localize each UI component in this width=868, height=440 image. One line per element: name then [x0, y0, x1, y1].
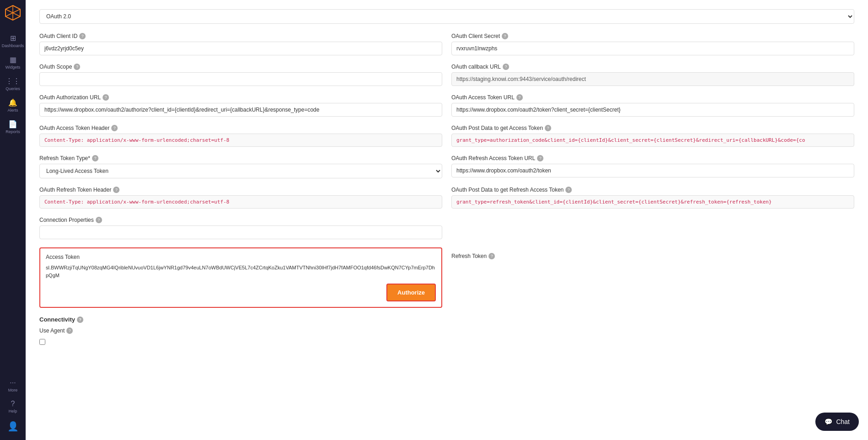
oauth-scope-input[interactable]: [39, 72, 442, 86]
connection-properties-help-icon[interactable]: ?: [96, 217, 102, 223]
more-icon: ···: [10, 379, 16, 387]
refresh-token-type-label: Refresh Token Type* ?: [39, 155, 442, 161]
oauth-access-token-url-input[interactable]: [451, 103, 854, 117]
oauth-refresh-access-token-url-help-icon[interactable]: ?: [537, 155, 543, 161]
oauth-access-token-url-help-icon[interactable]: ?: [516, 94, 523, 101]
refresh-token-type-help-icon[interactable]: ?: [92, 155, 98, 161]
use-agent-help-icon[interactable]: ?: [66, 327, 73, 334]
oauth-refresh-token-header-help-icon[interactable]: ?: [113, 187, 119, 193]
oauth-client-secret-label: OAuth Client Secret ?: [451, 33, 854, 39]
chat-icon: 💬: [825, 418, 832, 425]
oauth-header-row: OAuth Access Token Header ? OAuth Post D…: [39, 125, 854, 147]
oauth-scope-group: OAuth Scope ?: [39, 64, 442, 86]
oauth-access-token-url-group: OAuth Access Token URL ?: [451, 94, 854, 117]
refresh-token-type-select[interactable]: Long-Lived Access Token Short-Lived None: [39, 164, 442, 178]
sidebar-item-queries[interactable]: ⋮⋮ Queries: [0, 73, 26, 95]
oauth-post-refresh-data-label: OAuth Post Data to get Refresh Access To…: [451, 187, 854, 193]
oauth-scope-help-icon[interactable]: ?: [74, 64, 80, 70]
oauth-client-id-label: OAuth Client ID ?: [39, 33, 442, 39]
oauth-access-token-header-label: OAuth Access Token Header ?: [39, 125, 442, 131]
oauth-callback-url-input: [451, 72, 854, 86]
refresh-token-row: Refresh Token Type* ? Long-Lived Access …: [39, 155, 854, 178]
connectivity-section: Connectivity ? Use Agent ?: [39, 316, 854, 347]
sidebar-item-label: More: [8, 388, 18, 392]
authorize-area: Authorize: [46, 284, 436, 301]
chat-button[interactable]: 💬 Chat: [815, 413, 859, 431]
oauth-client-secret-group: OAuth Client Secret ?: [451, 33, 854, 55]
queries-icon: ⋮⋮: [5, 77, 20, 86]
oauth-post-data-input[interactable]: [451, 134, 854, 147]
oauth-access-token-header-input[interactable]: [39, 134, 442, 147]
oauth-scope-row: OAuth Scope ? OAuth callback URL ?: [39, 64, 854, 86]
oauth-client-id-input[interactable]: [39, 42, 442, 55]
oauth-auth-url-help-icon[interactable]: ?: [103, 94, 109, 101]
oauth-post-data-group: OAuth Post Data to get Access Token ?: [451, 125, 854, 147]
refresh-token-type-group: Refresh Token Type* ? Long-Lived Access …: [39, 155, 442, 178]
sidebar: ⊞ Dashboards ▦ Widgets ⋮⋮ Queries 🔔 Aler…: [0, 0, 26, 440]
oauth-refresh-token-header-input[interactable]: [39, 195, 442, 209]
connection-properties-row: Connection Properties ?: [39, 217, 854, 239]
oauth-client-secret-input[interactable]: [451, 42, 854, 55]
oauth-access-token-header-help-icon[interactable]: ?: [111, 125, 118, 131]
oauth-refresh-token-header-group: OAuth Refresh Token Header ?: [39, 187, 442, 209]
refresh-token-label: Refresh Token ?: [451, 253, 854, 259]
sidebar-item-help[interactable]: ? Help: [0, 396, 26, 417]
oauth-refresh-access-token-url-label: OAuth Refresh Access Token URL ?: [451, 155, 854, 161]
oauth-client-id-help-icon[interactable]: ?: [79, 33, 86, 39]
sidebar-item-dashboards[interactable]: ⊞ Dashboards: [0, 30, 26, 52]
use-agent-checkbox[interactable]: [39, 339, 45, 345]
sidebar-item-label: Reports: [5, 129, 20, 134]
oauth-post-refresh-data-input[interactable]: [451, 195, 854, 209]
oauth-post-data-help-icon[interactable]: ?: [545, 125, 551, 131]
refresh-header-row: OAuth Refresh Token Header ? OAuth Post …: [39, 187, 854, 209]
oauth-scope-label: OAuth Scope ?: [39, 64, 442, 70]
oauth-refresh-token-header-label: OAuth Refresh Token Header ?: [39, 187, 442, 193]
use-agent-checkbox-row: [39, 338, 854, 347]
help-icon: ?: [11, 400, 15, 408]
sidebar-item-user[interactable]: 👤: [0, 417, 26, 435]
connection-properties-group: Connection Properties ?: [39, 217, 442, 239]
oauth-auth-url-label: OAuth Authorization URL ?: [39, 94, 442, 101]
sidebar-item-more[interactable]: ··· More: [0, 375, 26, 396]
main-content: OAuth 2.0 None Basic Auth API Key OAuth …: [26, 0, 868, 440]
connection-properties-input[interactable]: [39, 225, 442, 239]
oauth-refresh-access-token-url-input[interactable]: [451, 164, 854, 177]
access-token-label: Access Token: [46, 254, 436, 260]
authorize-button[interactable]: Authorize: [386, 284, 436, 301]
auth-type-row: OAuth 2.0 None Basic Auth API Key: [39, 9, 854, 24]
oauth-auth-url-input[interactable]: [39, 103, 442, 117]
alerts-icon: 🔔: [8, 98, 17, 107]
oauth-callback-url-help-icon[interactable]: ?: [503, 64, 509, 70]
oauth-refresh-access-token-url-group: OAuth Refresh Access Token URL ?: [451, 155, 854, 178]
sidebar-item-label: Dashboards: [2, 43, 24, 48]
access-token-box: Access Token sl.BWWRzjiTqUNgY08zqMG4IQri…: [39, 247, 442, 308]
oauth-access-token-header-group: OAuth Access Token Header ?: [39, 125, 442, 147]
user-icon: 👤: [7, 421, 19, 432]
sidebar-item-label: Widgets: [5, 65, 21, 70]
sidebar-item-label: Help: [9, 409, 17, 413]
sidebar-item-label: Queries: [5, 86, 20, 91]
sidebar-item-alerts[interactable]: 🔔 Alerts: [0, 95, 26, 116]
chat-label: Chat: [836, 418, 850, 425]
access-token-section: Access Token sl.BWWRzjiTqUNgY08zqMG4IQri…: [39, 247, 854, 308]
refresh-token-help-icon[interactable]: ?: [488, 253, 495, 259]
oauth-post-data-label: OAuth Post Data to get Access Token ?: [451, 125, 854, 131]
sidebar-item-label: Alerts: [7, 108, 18, 113]
oauth-urls-row: OAuth Authorization URL ? OAuth Access T…: [39, 94, 854, 117]
oauth-credentials-row: OAuth Client ID ? OAuth Client Secret ?: [39, 33, 854, 55]
oauth-auth-url-group: OAuth Authorization URL ?: [39, 94, 442, 117]
sidebar-item-widgets[interactable]: ▦ Widgets: [0, 52, 26, 73]
sidebar-item-reports[interactable]: 📄 Reports: [0, 116, 26, 138]
oauth-client-secret-help-icon[interactable]: ?: [502, 33, 508, 39]
use-agent-label: Use Agent ?: [39, 327, 73, 334]
connectivity-help-icon[interactable]: ?: [77, 317, 83, 323]
logo: [5, 5, 21, 21]
oauth-post-refresh-data-help-icon[interactable]: ?: [565, 187, 572, 193]
oauth-callback-url-group: OAuth callback URL ?: [451, 64, 854, 86]
oauth-post-refresh-data-group: OAuth Post Data to get Refresh Access To…: [451, 187, 854, 209]
oauth-client-id-group: OAuth Client ID ?: [39, 33, 442, 55]
widgets-icon: ▦: [10, 55, 16, 64]
connectivity-title: Connectivity ?: [39, 316, 854, 323]
reports-icon: 📄: [8, 120, 17, 129]
auth-type-select[interactable]: OAuth 2.0 None Basic Auth API Key: [39, 9, 854, 24]
